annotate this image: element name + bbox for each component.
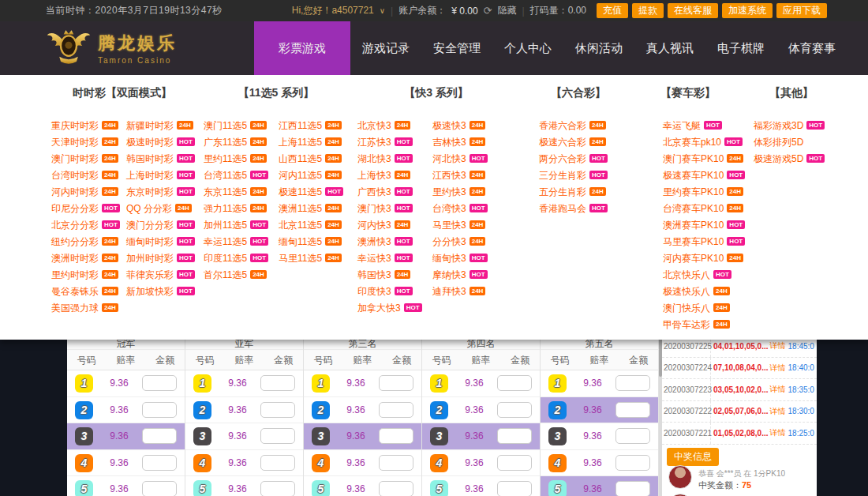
menu-game-item[interactable]: 马里快324H: [432, 217, 488, 234]
menu-game-item[interactable]: 河内11选524H: [279, 167, 343, 184]
ball-3[interactable]: 3: [75, 427, 93, 445]
menu-game-item[interactable]: 幸运飞艇HOT: [663, 118, 745, 134]
menu-game-item[interactable]: 缅甸快3HOT: [432, 250, 488, 267]
chevron-down-icon[interactable]: ∨: [380, 6, 385, 15]
menu-game-item[interactable]: 澳门快3HOT: [357, 201, 422, 217]
menu-game-item[interactable]: 台湾赛车PK1024H: [663, 201, 745, 217]
nav-item-个人中心[interactable]: 个人中心: [492, 21, 563, 75]
ball-3[interactable]: 3: [312, 427, 330, 445]
menu-game-item[interactable]: 韩国快324H: [357, 267, 422, 284]
menu-game-item[interactable]: 摩纳快3HOT: [432, 267, 488, 284]
result-detail-link[interactable]: 详情: [770, 340, 786, 351]
ball-3[interactable]: 3: [548, 427, 567, 445]
ball-4[interactable]: 4: [193, 454, 211, 472]
menu-game-item[interactable]: 江西11选524H: [279, 118, 343, 134]
result-detail-link[interactable]: 详情: [770, 363, 786, 374]
result-detail-link[interactable]: 详情: [770, 384, 786, 395]
ball-4[interactable]: 4: [312, 454, 330, 472]
menu-game-item[interactable]: 澳洲快3HOT: [357, 234, 422, 250]
menu-game-item[interactable]: 极速时时彩HOT: [126, 134, 195, 151]
menu-game-item[interactable]: 重庆时时彩24H: [51, 118, 120, 134]
result-row[interactable]: 2020030722407,10,08,04,0...详情18:40:0: [662, 358, 817, 380]
ball-2[interactable]: 2: [548, 401, 567, 419]
menu-game-item[interactable]: 山西11选524H: [279, 151, 343, 167]
ball-1[interactable]: 1: [430, 374, 448, 393]
nav-item-安全管理[interactable]: 安全管理: [421, 21, 492, 75]
menu-game-item[interactable]: 五分生肖彩24H: [539, 184, 608, 201]
menu-game-item[interactable]: 加拿大快3HOT: [357, 300, 422, 317]
bet-amount-input[interactable]: [379, 481, 413, 496]
result-detail-link[interactable]: 详情: [770, 406, 786, 417]
menu-game-item[interactable]: 迪拜快324H: [432, 284, 488, 300]
ball-2[interactable]: 2: [312, 401, 330, 419]
menu-game-item[interactable]: 马里11选524H: [279, 250, 343, 267]
menu-game-item[interactable]: 香港跑马会HOT: [539, 201, 608, 217]
menu-game-item[interactable]: 台湾时时彩24H: [51, 167, 120, 184]
menu-game-item[interactable]: 两分六合彩HOT: [539, 151, 608, 167]
menu-game-item[interactable]: 广东11选524H: [204, 134, 268, 151]
menu-game-item[interactable]: 澳门分分彩HOT: [126, 217, 195, 234]
brand[interactable]: 腾龙娱乐 Tamron Casino: [46, 26, 177, 70]
menu-game-item[interactable]: 澳洲11选524H: [279, 201, 343, 217]
ball-1[interactable]: 1: [548, 374, 567, 393]
menu-game-item[interactable]: 分分快324H: [432, 234, 488, 250]
menu-game-item[interactable]: 极速快324H: [432, 118, 488, 134]
menu-game-item[interactable]: 台湾快3HOT: [432, 201, 488, 217]
menu-game-item[interactable]: 澳门赛车PK1024H: [663, 151, 745, 167]
bet-amount-input[interactable]: [260, 428, 295, 444]
nav-item-彩票游戏[interactable]: 彩票游戏: [254, 21, 350, 75]
menu-game-item[interactable]: 极速快乐八24H: [663, 284, 745, 300]
menu-game-item[interactable]: 印度11选5HOT: [204, 250, 268, 267]
ball-4[interactable]: 4: [75, 454, 93, 472]
menu-game-item[interactable]: 北京分分彩HOT: [51, 217, 120, 234]
menu-game-item[interactable]: 河内赛车PK1024H: [663, 250, 745, 267]
menu-game-item[interactable]: 新疆时时彩24H: [126, 118, 195, 134]
ball-2[interactable]: 2: [75, 401, 93, 419]
menu-game-item[interactable]: 江苏快3HOT: [357, 134, 422, 151]
speed-system-button[interactable]: 加速系统: [722, 3, 773, 18]
menu-game-item[interactable]: 澳洲赛车PK10HOT: [663, 217, 745, 234]
menu-game-item[interactable]: 体彩排列5D: [754, 134, 825, 151]
menu-game-item[interactable]: 加州时时彩HOT: [126, 250, 195, 267]
refresh-icon[interactable]: ⟳: [484, 5, 492, 17]
menu-game-item[interactable]: 里约时时彩24H: [51, 267, 120, 284]
withdraw-button[interactable]: 提款: [632, 3, 664, 18]
menu-game-item[interactable]: 极速六合彩24H: [539, 134, 608, 151]
winner-info-badge[interactable]: 中奖信息: [667, 448, 719, 466]
menu-game-item[interactable]: 澳门快乐八24H: [663, 300, 745, 317]
menu-game-item[interactable]: 里约快324H: [432, 184, 488, 201]
bet-amount-input[interactable]: [260, 402, 295, 418]
nav-item-电子棋牌[interactable]: 电子棋牌: [705, 21, 776, 75]
online-service-button[interactable]: 在线客服: [668, 3, 718, 18]
menu-game-item[interactable]: 首尔11选524H: [204, 267, 268, 284]
bet-amount-input[interactable]: [615, 428, 650, 444]
bet-amount-input[interactable]: [615, 375, 650, 391]
menu-game-item[interactable]: 北京11选524H: [279, 217, 343, 234]
bet-amount-input[interactable]: [615, 402, 650, 418]
menu-game-item[interactable]: 里约赛车PK1024H: [663, 184, 745, 201]
bet-amount-input[interactable]: [260, 455, 295, 471]
menu-game-item[interactable]: 美国强力球24H: [51, 300, 120, 317]
nav-item-游戏记录[interactable]: 游戏记录: [350, 21, 421, 75]
menu-game-item[interactable]: 台湾11选5HOT: [204, 167, 268, 184]
ball-4[interactable]: 4: [548, 454, 567, 472]
app-download-button[interactable]: 应用下载: [776, 3, 827, 18]
menu-game-item[interactable]: 吉林快324H: [432, 134, 488, 151]
menu-game-item[interactable]: 幸运快3HOT: [357, 250, 422, 267]
user-greeting[interactable]: Hi,您好！a4507721: [292, 4, 374, 17]
menu-game-item[interactable]: 马里赛车PK10HOT: [663, 234, 745, 250]
menu-game-item[interactable]: 东京11选524H: [204, 184, 268, 201]
menu-game-item[interactable]: 东京时时彩HOT: [126, 184, 195, 201]
menu-game-item[interactable]: 广西快3HOT: [357, 184, 422, 201]
menu-game-item[interactable]: 三分生肖彩HOT: [539, 167, 608, 184]
menu-game-item[interactable]: 河内快324H: [357, 217, 422, 234]
menu-game-item[interactable]: 强力11选524H: [204, 201, 268, 217]
ball-1[interactable]: 1: [312, 374, 330, 393]
bet-amount-input[interactable]: [615, 455, 650, 471]
menu-game-item[interactable]: 河北快3HOT: [432, 151, 488, 167]
ball-1[interactable]: 1: [193, 374, 211, 393]
bet-amount-input[interactable]: [379, 428, 413, 444]
menu-game-item[interactable]: 韩国时时彩HOT: [126, 151, 195, 167]
ball-3[interactable]: 3: [430, 427, 448, 445]
bet-amount-input[interactable]: [497, 481, 532, 496]
